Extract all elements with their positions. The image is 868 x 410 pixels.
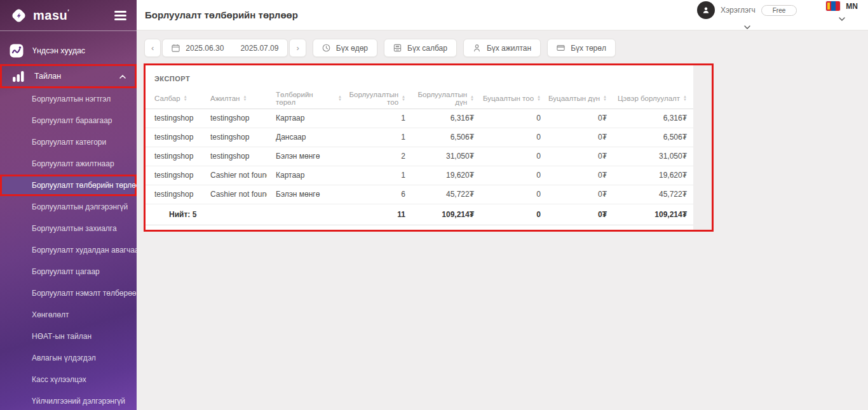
totals-row: Нийт: 5 11 109,214₮ 0 0₮ 109,214₮ — [146, 204, 693, 225]
col-header-payment-type[interactable]: Төлбөрийн төрөл▲▼ — [267, 88, 342, 109]
cell: 45,722₮ — [613, 185, 693, 204]
cell: 0₮ — [547, 109, 613, 128]
col-header-refund-count[interactable]: Буцаалтын тоо▲▼ — [480, 88, 547, 109]
cell: Дансаар — [267, 128, 342, 147]
cell: 1 — [342, 128, 412, 147]
export-button[interactable]: ЭКСПОРТ — [154, 75, 190, 83]
cell: 0₮ — [547, 204, 613, 225]
cell: Cashier not found — [201, 166, 267, 185]
sidebar-subitem-sales-orders[interactable]: Борлуулалтын захиалга — [0, 218, 137, 239]
hamburger-menu-icon[interactable] — [114, 11, 126, 20]
sidebar-subitem-sales-by-hour[interactable]: Борлуулалт цагаар — [0, 261, 137, 282]
cell: testingshop — [146, 109, 201, 128]
sidebar-subitem-receivables[interactable]: Авлагын үлдэгдэл — [0, 347, 137, 369]
sidebar-item-reports[interactable]: Тайлан — [0, 64, 137, 88]
sidebar-subitem-vat-report[interactable]: НӨАТ-ын тайлан — [0, 326, 137, 347]
totals-label: Нийт: 5 — [146, 204, 201, 225]
date-range-picker: ‹ 2025.06.30 2025.07.09 › — [144, 39, 306, 57]
cell: Cashier not found — [201, 185, 267, 204]
all-staff-filter[interactable]: Бүх ажилтан — [463, 39, 541, 57]
cell: Картаар — [267, 166, 342, 185]
sort-icon: ▲▼ — [683, 95, 687, 102]
cell: 19,620₮ — [412, 166, 480, 185]
col-header-sales-amount[interactable]: Борлуулалтын дүн▲▼ — [412, 88, 480, 109]
all-branches-filter[interactable]: Бүх салбар — [384, 39, 457, 57]
chevron-down-icon[interactable] — [839, 12, 845, 23]
person-icon — [473, 44, 481, 52]
col-header-refund-amount[interactable]: Буцаалтын дүн▲▼ — [547, 88, 613, 109]
user-label: Хэрэглэгч — [721, 6, 756, 15]
cell: testingshop — [201, 109, 267, 128]
cell: 31,050₮ — [613, 147, 693, 166]
sidebar-subitem-sales-by-category[interactable]: Борлуулалт категори — [0, 131, 137, 153]
sidebar-subitem-sales-by-customer[interactable]: Борлуулалт худалдан авагчаар — [0, 239, 137, 261]
table-header-row: Салбар▲▼ Ажилтан▲▼ Төлбөрийн төрөл▲▼ Бор… — [146, 88, 693, 109]
sidebar-subitem-sales-by-payment-type[interactable]: Борлуулалт төлбөрийн төрлөөр — [0, 175, 137, 196]
sidebar-subitem-sales-detail[interactable]: Борлуулалтын дэлгэрэнгүй — [0, 196, 137, 218]
sidebar-subitem-sales-extra-payment[interactable]: Борлуулалт нэмэлт төлбөрөөр — [0, 282, 137, 304]
cell: 0 — [480, 166, 547, 185]
sort-icon: ▲▼ — [184, 95, 187, 102]
cell: testingshop — [146, 147, 201, 166]
clock-icon — [322, 44, 330, 52]
report-table: Салбар▲▼ Ажилтан▲▼ Төлбөрийн төрөл▲▼ Бор… — [146, 88, 693, 225]
cell: 0 — [480, 128, 547, 147]
date-range-button[interactable]: 2025.06.30 2025.07.09 — [162, 39, 288, 57]
sort-icon: ▲▼ — [243, 95, 247, 102]
table-row: testingshop testingshop Дансаар 1 6,506₮… — [146, 128, 693, 147]
cell: 6,506₮ — [412, 128, 480, 147]
sort-icon: ▲▼ — [402, 95, 405, 102]
sidebar-subitem-sales-summary[interactable]: Борлуулалтын нэгтгэл — [0, 88, 137, 110]
cell — [201, 204, 267, 225]
sidebar-subitem-sales-by-product[interactable]: Борлуулалт бараагаар — [0, 110, 137, 131]
table-row: testingshop Cashier not found Бэлэн мөнг… — [146, 185, 693, 204]
sidebar-subitem-discount[interactable]: Хөнгөлөлт — [0, 304, 137, 326]
table-row: testingshop testingshop Бэлэн мөнгө 2 31… — [146, 147, 693, 166]
filter-bar: ‹ 2025.06.30 2025.07.09 › Бүх өдөр — [137, 30, 868, 57]
prev-period-button[interactable]: ‹ — [144, 39, 161, 57]
table-row: testingshop Cashier not found Картаар 1 … — [146, 166, 693, 185]
date-from: 2025.06.30 — [186, 44, 224, 53]
cell: 6,316₮ — [412, 109, 480, 128]
sidebar-item-home[interactable]: Үндсэн хуудас — [0, 40, 137, 62]
calendar-icon — [172, 44, 180, 52]
cell: 109,214₮ — [412, 204, 480, 225]
cell: 0 — [480, 147, 547, 166]
avatar — [697, 1, 715, 19]
user-menu[interactable]: Хэрэглэгч Free — [697, 0, 797, 32]
store-icon — [393, 44, 402, 52]
col-header-sales-count[interactable]: Борлуулалтын тоо▲▼ — [342, 88, 412, 109]
table-row: testingshop testingshop Картаар 1 6,316₮… — [146, 109, 693, 128]
plan-badge: Free — [761, 5, 797, 16]
cell: 6,316₮ — [613, 109, 693, 128]
cell: 0 — [480, 204, 547, 225]
sidebar-subitem-sales-by-staff[interactable]: Борлуулалт ажилтнаар — [0, 153, 137, 175]
col-header-net-sales[interactable]: Цэвэр борлуулалт▲▼ — [613, 88, 693, 109]
sidebar-subitem-cash-handover[interactable]: Касс хүлээлцэх — [0, 369, 137, 390]
page-title: Борлуулалт төлбөрийн төрлөөр — [145, 10, 298, 20]
sidebar: masu′ Үндсэн хуудас Тайлан — [0, 0, 137, 410]
all-types-filter[interactable]: Бүх төрөл — [547, 39, 616, 57]
bar-chart-icon — [11, 69, 26, 84]
cell: 0₮ — [547, 166, 613, 185]
sidebar-subitem-service-detail[interactable]: Үйлчилгээний дэлгэрэнгүй — [0, 390, 137, 410]
report-card: ЭКСПОРТ Салбар▲▼ Ажилтан▲▼ Төлбөрийн төр… — [146, 65, 693, 230]
cell: 0 — [480, 185, 547, 204]
cell: 0₮ — [547, 185, 613, 204]
cell: 1 — [342, 109, 412, 128]
col-header-branch[interactable]: Салбар▲▼ — [146, 88, 201, 109]
cell: 2 — [342, 147, 412, 166]
cell: Бэлэн мөнгө — [267, 185, 342, 204]
all-days-filter[interactable]: Бүх өдөр — [313, 39, 377, 57]
col-header-staff[interactable]: Ажилтан▲▼ — [201, 88, 267, 109]
next-period-button[interactable]: › — [289, 39, 306, 57]
cell: Бэлэн мөнгө — [267, 147, 342, 166]
cell: 6,506₮ — [613, 128, 693, 147]
date-to: 2025.07.09 — [240, 44, 278, 53]
cell: 19,620₮ — [613, 166, 693, 185]
credit-card-icon — [557, 44, 565, 52]
sidebar-item-label: Үндсэн хуудас — [32, 46, 85, 55]
logo-row: masu′ — [0, 0, 137, 31]
cell: testingshop — [201, 128, 267, 147]
language-selector[interactable]: MN — [826, 0, 858, 23]
